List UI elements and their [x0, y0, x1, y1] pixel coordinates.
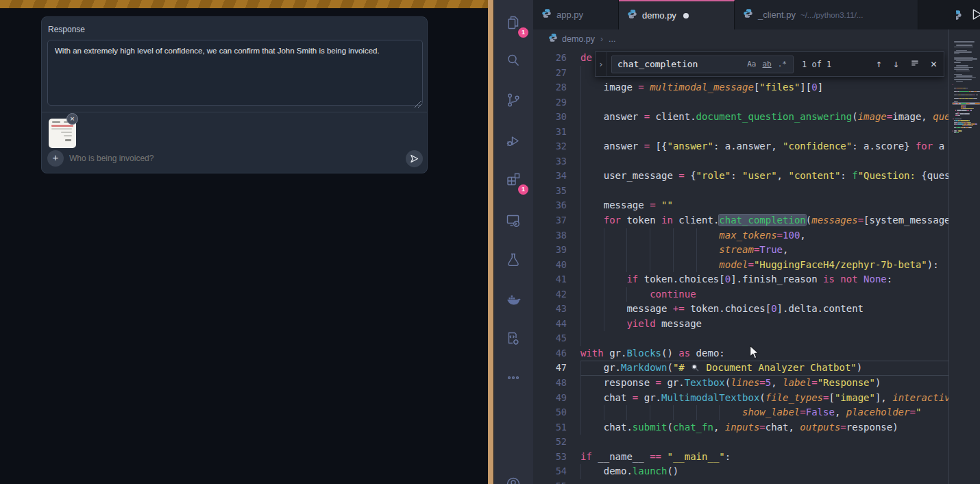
line-number: 38: [533, 228, 567, 243]
code-line[interactable]: 53if __name__ == "__main__":: [533, 450, 948, 465]
code-line[interactable]: 46with gr.Blocks() as demo:: [533, 346, 948, 361]
code-line[interactable]: 44 yield message: [533, 317, 948, 332]
search-icon[interactable]: [497, 44, 530, 77]
textarea-resize-grip[interactable]: [415, 101, 421, 108]
code-line[interactable]: 50 show_label=False, placeholder=": [533, 405, 948, 420]
tab-label: demo.py: [642, 10, 676, 21]
code-line[interactable]: 45: [533, 331, 948, 346]
minimap-divider: [948, 29, 949, 484]
tab-app-py[interactable]: app.py: [533, 0, 619, 29]
line-number: 54: [533, 464, 567, 479]
run-and-debug-icon[interactable]: [497, 124, 530, 157]
code-line[interactable]: 48 response = gr.Textbox(lines=5, label=…: [533, 376, 948, 391]
code-line[interactable]: 30 answer = client.document_question_ans…: [533, 110, 948, 125]
window-title-stripe: [0, 0, 488, 9]
tab-description: ~/.../python3.11/...: [800, 11, 863, 19]
line-number: 42: [533, 287, 567, 302]
regex-toggle[interactable]: .*: [778, 60, 787, 69]
run-button[interactable]: [969, 7, 980, 25]
line-number: 48: [533, 376, 567, 391]
indent-guide: [580, 391, 581, 406]
source-control-icon[interactable]: [497, 84, 530, 117]
line-number: 33: [533, 154, 567, 169]
chat-input[interactable]: [69, 150, 398, 167]
code-line[interactable]: 49 chat = gr.MultimodalTextbox(file_type…: [533, 391, 948, 406]
whole-word-toggle[interactable]: ab: [763, 60, 772, 69]
line-number: 35: [533, 184, 567, 199]
code-text: if token.choices[0].finish_reason is not…: [580, 272, 948, 287]
account-icon[interactable]: [497, 468, 530, 484]
code-line[interactable]: 38 max_tokens=100,: [533, 228, 948, 243]
code-line[interactable]: 33: [533, 154, 948, 169]
python-file-icon: [627, 9, 637, 22]
code-line[interactable]: 29: [533, 95, 948, 110]
tab-demo-py[interactable]: demo.py: [619, 0, 735, 29]
code-line[interactable]: 52: [533, 435, 948, 450]
docker-icon[interactable]: [497, 283, 530, 316]
toggle-replace-chevron[interactable]: ›: [596, 52, 607, 76]
line-number: 50: [533, 405, 567, 420]
panel-divider: [42, 112, 427, 112]
code-line[interactable]: 40 model="HuggingFaceH4/zephyr-7b-beta")…: [533, 258, 948, 273]
code-line[interactable]: 36 message = "": [533, 198, 948, 213]
tab-bar: app.py demo.py _client.py ~/.../python3.…: [533, 0, 980, 29]
indent-guide: [580, 154, 581, 169]
indent-guide: [626, 405, 627, 420]
code-line[interactable]: 35: [533, 184, 948, 199]
tab-client-py[interactable]: _client.py ~/.../python3.11/...: [735, 0, 918, 29]
code-line[interactable]: 34 user_message = {"role": "user", "cont…: [533, 169, 948, 184]
code-line[interactable]: 55: [533, 479, 948, 484]
indent-guide: [650, 258, 650, 273]
add-file-button[interactable]: +: [47, 150, 64, 167]
line-number: 32: [533, 139, 567, 154]
code-line[interactable]: 28 image = multimodal_message["files"][0…: [533, 80, 948, 95]
find-in-selection-button[interactable]: [910, 58, 920, 70]
code-line[interactable]: 42 continue: [533, 287, 948, 302]
find-previous-button[interactable]: ↑: [876, 59, 882, 69]
snippets-file-gear-icon[interactable]: [497, 322, 530, 355]
remove-attachment-button[interactable]: ×: [66, 113, 78, 125]
line-number: 46: [533, 346, 567, 361]
minimap[interactable]: [953, 29, 980, 484]
extensions-icon[interactable]: 1: [497, 163, 530, 196]
code-editor[interactable]: 26de2728 image = multimodal_message["fil…: [533, 49, 948, 484]
python-file-icon: [743, 8, 753, 21]
window-divider[interactable]: [488, 0, 494, 484]
code-line[interactable]: 39 stream=True,: [533, 243, 948, 258]
code-text: for token in client.chat_completion(mess…: [580, 213, 948, 228]
code-text: image = multimodal_message["files"][0]: [580, 80, 948, 95]
find-input[interactable]: [612, 59, 747, 69]
line-number: 34: [533, 169, 567, 184]
breadcrumb-file[interactable]: demo.py: [562, 34, 595, 44]
code-text: message = "": [580, 198, 948, 213]
code-line[interactable]: 54 demo.launch(): [533, 464, 948, 479]
code-text: chat.submit(chat_fn, inputs=chat, output…: [580, 420, 948, 435]
remote-explorer-icon[interactable]: [497, 204, 530, 237]
line-number: 40: [533, 258, 567, 273]
line-number: 51: [533, 420, 567, 435]
line-number: 26: [533, 51, 567, 66]
explorer-icon[interactable]: 1: [497, 6, 530, 39]
code-line[interactable]: 41 if token.choices[0].finish_reason is …: [533, 272, 948, 287]
line-number: 41: [533, 272, 567, 287]
code-line[interactable]: 51 chat.submit(chat_fn, inputs=chat, out…: [533, 420, 948, 435]
code-line[interactable]: 37 for token in client.chat_completion(m…: [533, 213, 948, 228]
indent-guide: [719, 405, 720, 420]
match-case-toggle[interactable]: Aa: [747, 60, 756, 69]
code-line[interactable]: 43 message += token.choices[0].delta.con…: [533, 302, 948, 317]
indent-guide: [673, 228, 674, 243]
more-ellipsis-icon[interactable]: [497, 361, 530, 394]
response-textarea[interactable]: With an extremely high level of confiden…: [47, 40, 423, 106]
line-number: 44: [533, 317, 567, 332]
modified-dot-icon[interactable]: [683, 13, 689, 19]
breadcrumb-more[interactable]: ...: [609, 34, 615, 44]
testing-flask-icon[interactable]: [497, 243, 530, 276]
vscode-window: 1 1: [494, 0, 980, 484]
clipped-tab-python-icon[interactable]: [956, 10, 963, 21]
send-button[interactable]: [406, 150, 423, 167]
find-next-button[interactable]: ↓: [893, 59, 899, 69]
close-find-button[interactable]: ✕: [931, 59, 937, 69]
code-line[interactable]: 47 gr.Markdown("# Document Analyzer Chat…: [533, 361, 948, 376]
code-line[interactable]: 31: [533, 125, 948, 140]
code-line[interactable]: 32 answer = [{"answer": a.answer, "confi…: [533, 139, 948, 154]
